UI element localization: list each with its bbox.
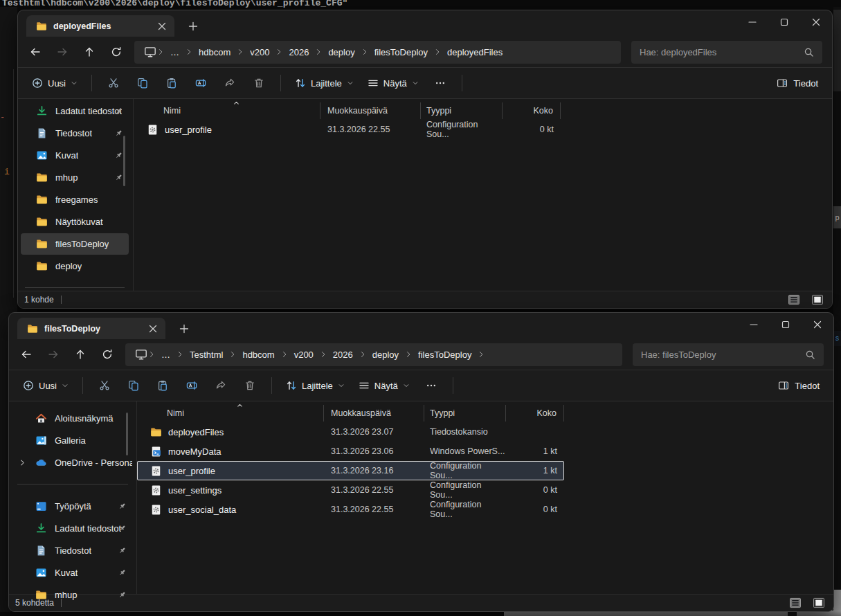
file-row-deployedfiles[interactable]: deployedFiles31.3.2026 23.07Tiedostokans…	[137, 422, 564, 442]
sidebar-item-näyttökuvat[interactable]: Näyttökuvat	[21, 211, 129, 233]
breadcrumb-item-filestodeploy[interactable]: filesToDeploy	[413, 350, 477, 360]
minimize-button[interactable]	[736, 10, 768, 34]
search-input[interactable]	[641, 350, 799, 360]
breadcrumb-item-deployedfiles[interactable]: deployedFiles	[442, 47, 508, 57]
sidebar-item-ladatut-tiedostot[interactable]: Ladatut tiedostot	[12, 518, 132, 539]
breadcrumb-item-deploy[interactable]: deploy	[323, 47, 360, 57]
rename-button[interactable]	[177, 374, 206, 397]
column-header-koko[interactable]: Koko	[506, 405, 564, 422]
view-button[interactable]: Näytä	[361, 71, 426, 95]
paste-button[interactable]	[157, 71, 186, 95]
more-icon	[435, 78, 446, 89]
file-row-user-social-data[interactable]: user_social_data31.3.2026 22.55Configura…	[137, 500, 564, 519]
tab-deployedfiles[interactable]: deployedFiles	[26, 15, 174, 37]
column-header-tyyppi[interactable]: Tyyppi	[421, 102, 503, 119]
breadcrumb-device-icon[interactable]	[135, 348, 147, 361]
tab-close-button[interactable]	[155, 19, 169, 33]
more-options-button[interactable]	[426, 71, 455, 95]
sort-button[interactable]: Lajittele	[288, 71, 361, 95]
view-button[interactable]: Näytä	[352, 374, 417, 397]
details-view-toggle[interactable]	[786, 293, 802, 307]
chevron-down-icon	[338, 382, 345, 389]
sidebar-item-kuvat[interactable]: Kuvat	[12, 562, 132, 583]
column-header-nimi[interactable]: Nimi	[137, 405, 324, 422]
more-options-button[interactable]	[417, 374, 446, 397]
new-tab-button[interactable]	[183, 16, 204, 37]
back-button[interactable]	[24, 41, 47, 63]
breadcrumb-item-testhtml[interactable]: Testhtml	[184, 350, 228, 360]
copy-button[interactable]	[119, 374, 148, 397]
sidebar-item-mhup[interactable]: mhup	[12, 584, 132, 606]
tab-close-button[interactable]	[146, 322, 160, 336]
cut-button[interactable]	[99, 71, 128, 95]
maximize-button[interactable]	[768, 10, 800, 34]
details-pane-button[interactable]: Tiedot	[772, 71, 822, 95]
plus-icon	[188, 21, 199, 32]
sidebar-item-onedrive-personal[interactable]: OneDrive - Personal	[12, 452, 132, 473]
refresh-button[interactable]	[96, 343, 119, 365]
sidebar-item-kuvat[interactable]: Kuvat	[21, 145, 129, 166]
breadcrumb-item-filestodeploy[interactable]: filesToDeploy	[369, 47, 433, 57]
sidebar-item-aloitusnäkymä[interactable]: Aloitusnäkymä	[12, 408, 132, 429]
sort-button[interactable]: Lajittele	[279, 374, 352, 397]
breadcrumb-item-2026[interactable]: 2026	[327, 350, 359, 360]
column-header-tyyppi[interactable]: Tyyppi	[424, 405, 506, 422]
sidebar-item-työpöytä[interactable]: Työpöytä	[12, 496, 132, 517]
share-button[interactable]	[206, 374, 235, 397]
breadcrumb-item-v200[interactable]: v200	[244, 47, 275, 57]
breadcrumb-item-hdbcom[interactable]: hdbcom	[237, 350, 280, 360]
file-row-user-profile[interactable]: user_profile31.3.2026 23.16Configuration…	[137, 461, 564, 480]
sidebar-item-mhup[interactable]: mhup	[21, 167, 129, 188]
large-icons-view-toggle[interactable]	[810, 293, 825, 307]
large-icons-view-toggle[interactable]	[811, 597, 826, 610]
up-button[interactable]	[78, 41, 101, 63]
sidebar-item-ladatut-tiedostot[interactable]: Ladatut tiedostot	[21, 100, 129, 122]
new-tab-button[interactable]	[174, 318, 195, 339]
sidebar-item-deploy[interactable]: deploy	[21, 255, 129, 277]
forward-button[interactable]	[42, 343, 65, 365]
breadcrumb-device-icon[interactable]	[144, 46, 156, 58]
column-header-muokkauspäivä[interactable]: Muokkauspäivä	[324, 405, 424, 422]
breadcrumb-overflow[interactable]: …	[156, 350, 176, 360]
share-button[interactable]	[215, 71, 244, 95]
config-file-icon	[150, 465, 162, 477]
details-view-toggle[interactable]	[788, 597, 803, 610]
delete-button[interactable]	[244, 71, 273, 95]
expand-chevron-icon[interactable]	[19, 459, 26, 466]
file-row-user-settings[interactable]: user_settings31.3.2026 22.55Configuratio…	[137, 480, 564, 500]
file-row-user-profile[interactable]: user_profile31.3.2026 22.55Configuration…	[134, 120, 561, 139]
cut-button[interactable]	[90, 374, 119, 397]
minimize-button[interactable]	[738, 313, 770, 336]
paste-button[interactable]	[148, 374, 177, 397]
column-header-nimi[interactable]: Nimi	[134, 102, 320, 119]
sidebar-item-tiedostot[interactable]: Tiedostot	[21, 123, 129, 144]
breadcrumb-item-hdbcom[interactable]: hdbcom	[193, 47, 236, 57]
sidebar-item-tiedostot[interactable]: Tiedostot	[12, 540, 132, 561]
new-button[interactable]: Uusi	[25, 71, 84, 95]
breadcrumb-overflow[interactable]: …	[165, 47, 185, 57]
column-header-muokkauspäivä[interactable]: Muokkauspäivä	[320, 102, 421, 119]
breadcrumb-item-2026[interactable]: 2026	[283, 47, 314, 57]
up-button[interactable]	[69, 343, 92, 365]
tab-filestodeploy[interactable]: filesToDeploy	[17, 318, 165, 339]
close-button[interactable]	[802, 313, 833, 336]
forward-button[interactable]	[51, 41, 74, 63]
delete-button[interactable]	[235, 374, 264, 397]
details-pane-button[interactable]: Tiedot	[774, 374, 824, 397]
view-icon	[359, 380, 370, 391]
breadcrumb-item-v200[interactable]: v200	[289, 350, 319, 360]
maximize-button[interactable]	[770, 313, 802, 336]
search-input[interactable]	[640, 47, 798, 57]
sidebar-item-freegames[interactable]: freegames	[21, 189, 129, 210]
close-button[interactable]	[800, 10, 832, 34]
refresh-button[interactable]	[105, 41, 128, 63]
back-button[interactable]	[15, 343, 38, 365]
rename-button[interactable]	[186, 71, 215, 95]
breadcrumb-item-deploy[interactable]: deploy	[367, 350, 404, 360]
column-header-koko[interactable]: Koko	[503, 102, 561, 119]
copy-button[interactable]	[128, 71, 157, 95]
sidebar-item-filestodeploy[interactable]: filesToDeploy	[21, 233, 129, 255]
file-row-movemydata[interactable]: moveMyData31.3.2026 23.06Windows PowerS.…	[137, 442, 564, 461]
sidebar-item-galleria[interactable]: Galleria	[12, 430, 132, 451]
new-button[interactable]: Uusi	[16, 374, 75, 397]
